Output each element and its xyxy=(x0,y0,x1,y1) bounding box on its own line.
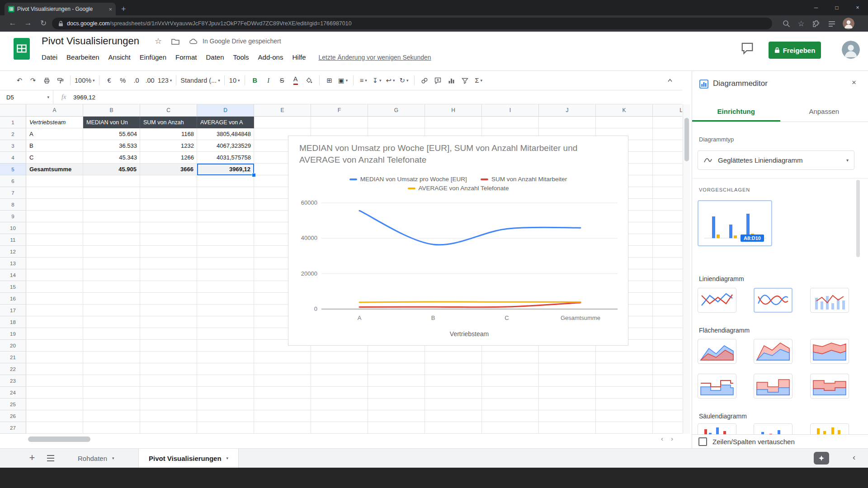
combo-chart-thumbnail[interactable] xyxy=(810,288,849,313)
cell-C1[interactable]: SUM von Anzah xyxy=(140,117,197,128)
borders-button[interactable]: ⊞ xyxy=(324,74,335,87)
text-color-button[interactable]: A xyxy=(290,74,302,87)
column-header-H[interactable]: H xyxy=(425,104,482,117)
stacked-column-chart-thumbnail[interactable] xyxy=(810,423,849,434)
suggested-chart-thumbnail[interactable]: A8:D10 xyxy=(698,200,772,246)
cell-A3[interactable]: B xyxy=(26,140,83,152)
row-header-11[interactable]: 11 xyxy=(0,234,26,246)
cell-A1[interactable]: Vertriebsteam xyxy=(26,117,83,128)
fill-color-button[interactable] xyxy=(303,74,315,87)
decrease-decimals-button[interactable]: .0 xyxy=(131,74,142,87)
forward-button[interactable]: → xyxy=(23,19,33,28)
tab-close-icon[interactable]: × xyxy=(108,6,112,13)
toolbar-collapse-icon[interactable] xyxy=(664,74,676,87)
cell-B1[interactable]: MEDIAN von Un xyxy=(83,117,140,128)
insert-chart-button[interactable] xyxy=(446,74,458,87)
row-header-10[interactable]: 10 xyxy=(0,222,26,234)
row-header-22[interactable]: 22 xyxy=(0,363,26,375)
cell-B4[interactable]: 45.343 xyxy=(83,152,140,164)
cells-area[interactable]: MEDIAN von Umsatz pro Woche [EUR], SUM v… xyxy=(26,117,682,434)
font-family-select[interactable]: Standard (...▾ xyxy=(180,74,220,87)
column-header-I[interactable]: I xyxy=(482,104,539,117)
menu-hilfe[interactable]: Hilfe xyxy=(288,52,310,63)
text-rotate-button[interactable]: ↻▾ xyxy=(398,74,410,87)
menu-tools[interactable]: Tools xyxy=(229,52,254,63)
address-bar[interactable]: docs.google.com/spreadsheets/d/1nVxVrVxy… xyxy=(52,18,772,29)
cell-A4[interactable]: C xyxy=(26,152,83,164)
collapse-panel-icon[interactable]: ‹ xyxy=(853,452,855,462)
strikethrough-button[interactable]: S xyxy=(276,74,288,87)
stacked-stepped-area-chart-thumbnail[interactable] xyxy=(810,374,849,399)
all-sheets-icon[interactable] xyxy=(46,454,55,462)
window-close-button[interactable]: × xyxy=(847,0,868,15)
row-header-8[interactable]: 8 xyxy=(0,199,26,211)
sheet-tab-pivot-visualisierungen[interactable]: Pivot Visualisierungen▾ xyxy=(138,449,239,468)
window-minimize-button[interactable]: ─ xyxy=(806,0,826,15)
number-format-button[interactable]: 123▾ xyxy=(158,74,172,87)
undo-button[interactable]: ↶ xyxy=(14,74,25,87)
smooth-line-chart-thumbnail[interactable] xyxy=(754,288,793,313)
horizontal-align-button[interactable]: ≡▾ xyxy=(358,74,369,87)
row-header-17[interactable]: 17 xyxy=(0,305,26,316)
menu-datei[interactable]: Datei xyxy=(37,52,62,63)
browser-avatar[interactable] xyxy=(843,18,854,29)
move-to-folder-icon[interactable] xyxy=(171,37,180,46)
row-header-19[interactable]: 19 xyxy=(0,328,26,340)
row-header-5[interactable]: 5 xyxy=(0,164,26,175)
row-header-23[interactable]: 23 xyxy=(0,375,26,387)
row-header-27[interactable]: 27 xyxy=(0,422,26,434)
row-header-4[interactable]: 4 xyxy=(0,152,26,164)
comment-history-icon[interactable] xyxy=(741,42,754,55)
row-header-14[interactable]: 14 xyxy=(0,269,26,281)
cell-A2[interactable]: A xyxy=(26,128,83,140)
insert-comment-button[interactable] xyxy=(432,74,444,87)
stepped-area-chart-thumbnail[interactable] xyxy=(698,374,736,399)
vertical-scrollbar-thumb[interactable] xyxy=(684,118,689,161)
star-document-icon[interactable]: ☆ xyxy=(155,36,162,46)
row-header-24[interactable]: 24 xyxy=(0,387,26,399)
column-header-C[interactable]: C xyxy=(140,104,197,117)
back-button[interactable]: ← xyxy=(7,19,18,28)
column-chart-thumbnail[interactable] xyxy=(698,423,736,434)
column-header-B[interactable]: B xyxy=(83,104,140,117)
document-title[interactable]: Pivot Visualisierungen xyxy=(42,35,139,47)
stepped-area-chart-thumbnail[interactable] xyxy=(754,374,793,399)
cell-D2[interactable]: 3805,484848 xyxy=(197,128,254,140)
column-chart-thumbnail[interactable] xyxy=(754,423,793,434)
cell-B5[interactable]: 45.905 xyxy=(83,164,140,175)
stacked-area-chart-thumbnail[interactable] xyxy=(810,339,849,364)
vertical-align-button[interactable]: ↧▾ xyxy=(371,74,383,87)
cell-D1[interactable]: AVERAGE von A xyxy=(197,117,254,128)
cell-C5[interactable]: 3666 xyxy=(140,164,197,175)
cell-B3[interactable]: 36.533 xyxy=(83,140,140,152)
row-header-16[interactable]: 16 xyxy=(0,293,26,305)
create-filter-button[interactable] xyxy=(459,74,471,87)
line-chart-thumbnail[interactable] xyxy=(698,288,736,313)
menu-daten[interactable]: Daten xyxy=(202,52,229,63)
cell-C2[interactable]: 1168 xyxy=(140,128,197,140)
row-header-13[interactable]: 13 xyxy=(0,258,26,269)
cell-B2[interactable]: 55.604 xyxy=(83,128,140,140)
row-header-25[interactable]: 25 xyxy=(0,399,26,410)
row-header-20[interactable]: 20 xyxy=(0,340,26,352)
scroll-right-icon[interactable]: › xyxy=(671,435,673,442)
cell-C3[interactable]: 1232 xyxy=(140,140,197,152)
format-percent-button[interactable]: % xyxy=(117,74,129,87)
area-chart-thumbnail[interactable] xyxy=(754,339,793,364)
format-currency-button[interactable]: € xyxy=(104,74,115,87)
italic-button[interactable]: I xyxy=(263,74,274,87)
row-header-6[interactable]: 6 xyxy=(0,175,26,187)
fill-handle[interactable] xyxy=(252,173,256,177)
row-header-21[interactable]: 21 xyxy=(0,352,26,363)
add-sheet-button[interactable]: + xyxy=(25,451,39,465)
bold-button[interactable]: B xyxy=(249,74,261,87)
row-header-7[interactable]: 7 xyxy=(0,187,26,199)
scroll-left-icon[interactable]: ‹ xyxy=(661,435,663,442)
font-size-select[interactable]: 10▾ xyxy=(229,74,241,87)
area-chart-thumbnail[interactable] xyxy=(698,339,736,364)
column-header-L[interactable]: L xyxy=(653,104,682,117)
column-header-G[interactable]: G xyxy=(368,104,425,117)
vertical-scrollbar[interactable] xyxy=(683,104,690,434)
browser-tab[interactable]: Pivot Visualisierungen - Google × xyxy=(5,3,116,15)
panel-scrollbar-thumb[interactable] xyxy=(856,180,860,257)
